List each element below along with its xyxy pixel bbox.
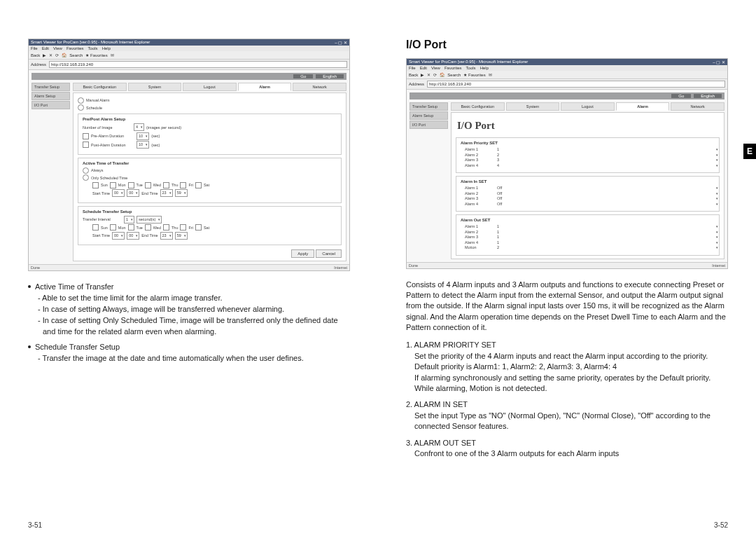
r-menu-view[interactable]: View [431,66,440,70]
address-input[interactable]: http://192.168.219.240 [49,61,347,68]
pri-a4-val[interactable]: 4 [497,163,532,167]
s-end-h[interactable]: 23 [160,232,173,240]
out-a1-val[interactable]: 1 [497,224,532,228]
r-menu-help[interactable]: Help [480,66,489,70]
mail-button[interactable]: ✉ [111,53,114,57]
r-sidebar-alarm[interactable]: Alarm Setup [410,111,448,120]
r-menu-edit[interactable]: Edit [420,66,427,70]
s-start-m[interactable]: 00 [127,232,139,240]
favorites-button[interactable]: ★ Favorites [85,53,107,57]
s-start-h[interactable]: 00 [112,232,125,240]
refresh-button[interactable]: ⟳ [55,53,59,57]
r-menu-fav[interactable]: Favorites [444,66,462,70]
pri-a3-val[interactable]: 3 [497,158,532,162]
r-sidebar-io[interactable]: I/O Port [410,121,448,129]
pre-alarm-check[interactable] [83,133,89,139]
apply-button[interactable]: Apply [291,249,314,258]
tab-system[interactable]: System [128,83,182,91]
r-tab-basic[interactable]: Basic Configuration [451,102,505,111]
menu-view[interactable]: View [53,46,62,50]
r-address-input[interactable]: http://192.168.219.240 [427,81,725,88]
r-stop[interactable]: ✕ [427,72,430,77]
day-sun[interactable] [92,182,99,188]
day-fri[interactable] [180,182,186,188]
menu-help[interactable]: Help [102,46,111,50]
tab-alarm[interactable]: Alarm [238,83,292,91]
s-end-m[interactable]: 59 [175,232,188,240]
tab-network[interactable]: Network [293,83,346,91]
sday-fri[interactable] [180,224,186,231]
radio-only-scheduled[interactable] [83,174,89,181]
r-menu-tools[interactable]: Tools [466,66,476,70]
start-m[interactable]: 00 [127,189,139,197]
day-thu[interactable] [163,182,169,188]
radio-schedule[interactable] [78,104,84,111]
r-tab-system[interactable]: System [506,102,560,111]
r-sidebar-transfer[interactable]: Transfer Setup [410,102,448,111]
tab-logout[interactable]: Logout [183,83,237,91]
r-home[interactable]: 🏠 [440,72,444,77]
menu-tools[interactable]: Tools [88,46,98,50]
out-a4-val[interactable]: 1 [497,240,532,245]
out-a2-val[interactable]: 1 [497,230,532,234]
sday-wed[interactable] [145,224,151,231]
back-button[interactable]: Back [31,53,40,57]
screenshot-alarm-transfer: Smart Viewer for ProCam [ver.0.95] - Mic… [28,39,350,271]
ie-window-controls: – ▢ ✕ [335,40,347,45]
r-tab-logout[interactable]: Logout [561,102,615,111]
pre-alarm-val[interactable]: 10 [136,132,149,140]
in-a4-val[interactable]: Off [497,202,532,206]
r-refresh[interactable]: ⟳ [433,72,437,77]
day-mon[interactable] [110,182,116,188]
home-button[interactable]: 🏠 [62,53,66,57]
in-a2-val[interactable]: Off [497,191,532,195]
fwd-button[interactable]: ▶ [43,53,46,57]
end-h[interactable]: 23 [160,189,173,197]
start-h[interactable]: 00 [112,189,125,197]
tab-basic[interactable]: Basic Configuration [73,83,127,91]
num-image-select[interactable]: 4 [134,123,144,131]
r-menu-file[interactable]: File [409,66,416,70]
cancel-button[interactable]: Cancel [316,249,342,258]
go-button[interactable]: Go [293,74,313,78]
sday-sun[interactable] [92,224,99,231]
interval-unit[interactable]: second(s) [136,216,162,224]
interval-val[interactable]: 1 [124,216,134,224]
r-fav[interactable]: ★ Favorites [463,72,485,77]
post-alarm-check[interactable] [83,142,89,148]
sday-mon[interactable] [110,224,116,231]
radio-always[interactable] [83,167,89,174]
sday-tue[interactable] [128,224,134,231]
sday-sat[interactable] [195,224,202,231]
sday-thu[interactable] [163,224,169,231]
search-button[interactable]: Search [69,53,83,57]
day-sat[interactable] [195,182,202,188]
r-fwd[interactable]: ▶ [421,72,424,77]
radio-manual[interactable] [78,97,84,104]
pri-a2-val[interactable]: 2 [497,153,532,157]
post-alarm-val[interactable]: 10 [136,141,149,149]
out-a3-val[interactable]: 1 [497,235,532,239]
day-wed[interactable] [145,182,151,188]
end-m[interactable]: 59 [175,189,188,197]
r-mail[interactable]: ✉ [489,72,492,77]
r-go-button[interactable]: Go [671,94,691,98]
r-back[interactable]: Back [409,73,418,77]
in-a3-val[interactable]: Off [497,196,532,200]
day-tue[interactable] [128,182,134,188]
r-search[interactable]: Search [447,73,461,77]
stop-button[interactable]: ✕ [49,53,52,57]
out-motion-val[interactable]: 2 [497,245,532,249]
r-tab-network[interactable]: Network [671,102,724,111]
menu-edit[interactable]: Edit [42,46,49,50]
r-lang-select[interactable]: English [694,94,722,98]
sidebar-io-port[interactable]: I/O Port [31,101,70,109]
sidebar-alarm-setup[interactable]: Alarm Setup [31,92,70,100]
menu-favorites[interactable]: Favorites [66,46,84,50]
in-a1-val[interactable]: Off [497,186,532,190]
menu-file[interactable]: File [31,46,38,50]
r-tab-alarm[interactable]: Alarm [616,102,670,111]
sidebar-transfer-setup[interactable]: Transfer Setup [31,83,70,91]
lang-select[interactable]: English [316,74,344,78]
pri-a1-val[interactable]: 1 [497,147,532,151]
